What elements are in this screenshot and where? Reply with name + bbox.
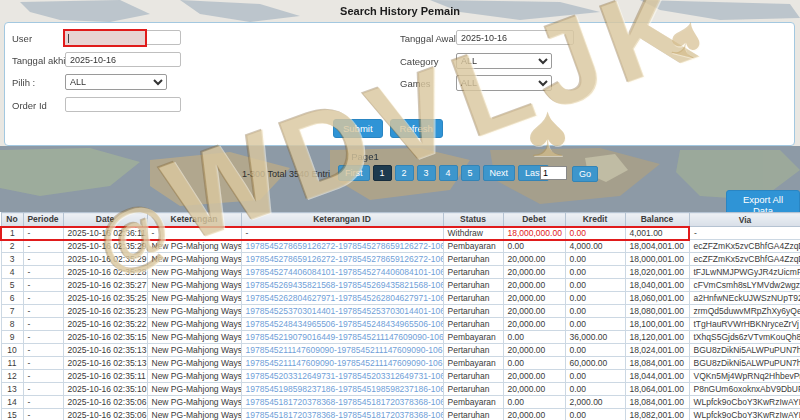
cell-keterangan: New PG-Mahjong Ways — [147, 409, 241, 420]
table-row: 15 - 2025-10-16 02:35:06 New PG-Mahjong … — [1, 409, 800, 420]
cell-kredit: 0.00 — [565, 253, 625, 266]
cell-no: 2 — [1, 240, 23, 253]
pagination: First12345NextLast — [338, 165, 549, 181]
keterangan-id-link[interactable]: 1978545278659126272-1978545278659126272-… — [241, 253, 443, 266]
cell-no: 10 — [1, 344, 23, 357]
games-select[interactable]: ALL — [456, 75, 552, 91]
column-header: Date — [63, 213, 147, 227]
cell-via: - — [689, 227, 800, 240]
keterangan-id-link[interactable]: 1978545253703014401-1978545253703014401-… — [241, 305, 443, 318]
cell-date: 2025-10-16 02:35:11 — [63, 370, 147, 383]
cell-date: 2025-10-16 02:35:23 — [63, 305, 147, 318]
cell-date: 2025-10-16 02:35:13 — [63, 344, 147, 357]
keterangan-id-link[interactable]: 1978545269435821568-1978545269435821568-… — [241, 279, 443, 292]
table-row: 4 - 2025-10-16 02:35:28 New PG-Mahjong W… — [1, 266, 800, 279]
cell-date: 2025-10-16 02:35:22 — [63, 318, 147, 331]
cell-kredit: 0.00 — [565, 344, 625, 357]
order-id-input[interactable] — [65, 97, 181, 112]
table-row: 13 - 2025-10-16 02:35:10 New PG-Mahjong … — [1, 383, 800, 396]
tanggal-akhir-input[interactable] — [65, 52, 181, 67]
pilih-select[interactable]: ALL — [65, 74, 167, 90]
cell-date: 2025-10-16 02:35:13 — [63, 357, 147, 370]
cell-periode: - — [23, 227, 63, 240]
cell-date: 2025-10-16 02:35:29 — [63, 253, 147, 266]
keterangan-id-link[interactable]: 1978545248434965506-1978545248434965506-… — [241, 318, 443, 331]
cell-balance: 18,040,001.00 — [625, 279, 689, 292]
keterangan-id-link[interactable]: 1978545198598237186-1978545198598237186-… — [241, 383, 443, 396]
cell-kredit: 4,000.00 — [565, 240, 625, 253]
cell-keterangan: - — [147, 227, 241, 240]
submit-button[interactable]: Submit — [333, 119, 383, 138]
table-row: 7 - 2025-10-16 02:35:23 New PG-Mahjong W… — [1, 305, 800, 318]
page-title: Search History Pemain — [0, 5, 800, 17]
cell-status: Pertaruhan — [443, 344, 503, 357]
cell-via: ecZFZmKx5zvCBhfGA4ZzqD — [689, 253, 800, 266]
column-header: Keterangan — [147, 213, 241, 227]
keterangan-id-link[interactable]: - — [241, 227, 443, 240]
category-select[interactable]: ALL — [456, 53, 552, 69]
tanggal-awal-label: Tanggal Awal — [400, 33, 456, 44]
cell-balance: 18,060,001.00 — [625, 292, 689, 305]
go-button[interactable]: Go — [572, 166, 598, 182]
cell-no: 7 — [1, 305, 23, 318]
table-row: 6 - 2025-10-16 02:35:25 New PG-Mahjong W… — [1, 292, 800, 305]
tanggal-awal-input[interactable] — [456, 30, 574, 45]
cell-kredit: 36,000.00 — [565, 331, 625, 344]
keterangan-id-link[interactable]: 1978545278659126272-1978545278659126272-… — [241, 240, 443, 253]
history-table: NoPeriodeDateKeteranganKeterangan IDStat… — [0, 212, 800, 420]
refresh-button[interactable]: Refresh — [390, 119, 443, 138]
page-button[interactable]: 2 — [395, 165, 414, 181]
table-row: 3 - 2025-10-16 02:35:29 New PG-Mahjong W… — [1, 253, 800, 266]
cell-status: Pertaruhan — [443, 409, 503, 420]
keterangan-id-link[interactable]: 1978545219079016449-1978545211147609090-… — [241, 331, 443, 344]
cell-balance: 18,024,001.00 — [625, 344, 689, 357]
keterangan-id-link[interactable]: 1978545262804627971-1978545262804627971-… — [241, 292, 443, 305]
cell-no: 11 — [1, 357, 23, 370]
cell-via: VQKn5Mj4WpRNq2HhbevPnW — [689, 370, 800, 383]
page-button[interactable]: Next — [483, 165, 516, 181]
cell-kredit: 2,000.00 — [565, 396, 625, 409]
column-header: Via — [689, 213, 800, 227]
cell-balance: 18,004,001.00 — [625, 240, 689, 253]
page-button[interactable]: 1 — [373, 165, 392, 181]
page-button[interactable]: 5 — [461, 165, 480, 181]
cell-balance: 18,080,001.00 — [625, 305, 689, 318]
table-row: 8 - 2025-10-16 02:35:22 New PG-Mahjong W… — [1, 318, 800, 331]
cell-balance: 18,082,001.00 — [625, 409, 689, 420]
keterangan-id-link[interactable]: 1978545203312649731-1978545203312649731-… — [241, 370, 443, 383]
cell-date: 2025-10-16 02:35:28 — [63, 266, 147, 279]
keterangan-id-link[interactable]: 1978545211147609090-1978545211147609090-… — [241, 344, 443, 357]
page-button[interactable]: 4 — [439, 165, 458, 181]
keterangan-id-link[interactable]: 1978545181720378368-1978545181720378368-… — [241, 396, 443, 409]
cell-periode: - — [23, 344, 63, 357]
cell-keterangan: New PG-Mahjong Ways — [147, 383, 241, 396]
table-row: 11 - 2025-10-16 02:35:13 New PG-Mahjong … — [1, 357, 800, 370]
cell-no: 15 — [1, 409, 23, 420]
keterangan-id-link[interactable]: 1978545181720378368-1978545181720378368-… — [241, 409, 443, 420]
cell-keterangan: New PG-Mahjong Ways — [147, 357, 241, 370]
cell-balance: 18,044,001.00 — [625, 370, 689, 383]
table-row: 9 - 2025-10-16 02:35:15 New PG-Mahjong W… — [1, 331, 800, 344]
total-entries-text: 1-300 Total 3540 Entri — [150, 169, 330, 179]
page-jump-input[interactable] — [540, 166, 567, 180]
column-header: Periode — [23, 213, 63, 227]
cell-kredit: 0.00 — [565, 383, 625, 396]
pilih-label: Pilih : — [12, 77, 35, 88]
cell-keterangan: New PG-Mahjong Ways — [147, 344, 241, 357]
cell-date: 2025-10-16 02:35:27 — [63, 279, 147, 292]
cell-debet: 20,000.00 — [503, 383, 565, 396]
page-button[interactable]: First — [338, 165, 370, 181]
cell-no: 9 — [1, 331, 23, 344]
cell-no: 1 — [1, 227, 23, 240]
cell-via: WLpfck9oCboY3KwRzIwAYL — [689, 396, 800, 409]
table-row: 12 - 2025-10-16 02:35:11 New PG-Mahjong … — [1, 370, 800, 383]
keterangan-id-link[interactable]: 1978545211147609090-1978545211147609090-… — [241, 357, 443, 370]
cell-status: Pertaruhan — [443, 383, 503, 396]
cell-kredit: 0.00 — [565, 305, 625, 318]
keterangan-id-link[interactable]: 1978545274406084101-1978545274406084101-… — [241, 266, 443, 279]
page-button[interactable]: 3 — [417, 165, 436, 181]
cell-via: ecZFZmKx5zvCBhfGA4ZzqD — [689, 240, 800, 253]
cell-date: 2025-10-16 02:35:25 — [63, 292, 147, 305]
cell-kredit: 0.00 — [565, 227, 625, 240]
column-header: Status — [443, 213, 503, 227]
